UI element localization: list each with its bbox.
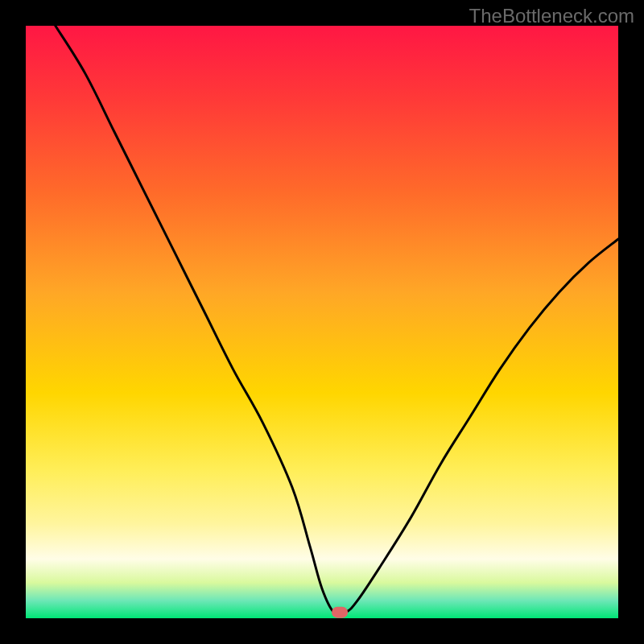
optimal-point-marker: [332, 607, 348, 618]
plot-background: [26, 26, 618, 618]
watermark-text: TheBottleneck.com: [469, 5, 634, 27]
bottleneck-chart: TheBottleneck.com: [0, 0, 644, 644]
chart-canvas: [0, 0, 644, 644]
